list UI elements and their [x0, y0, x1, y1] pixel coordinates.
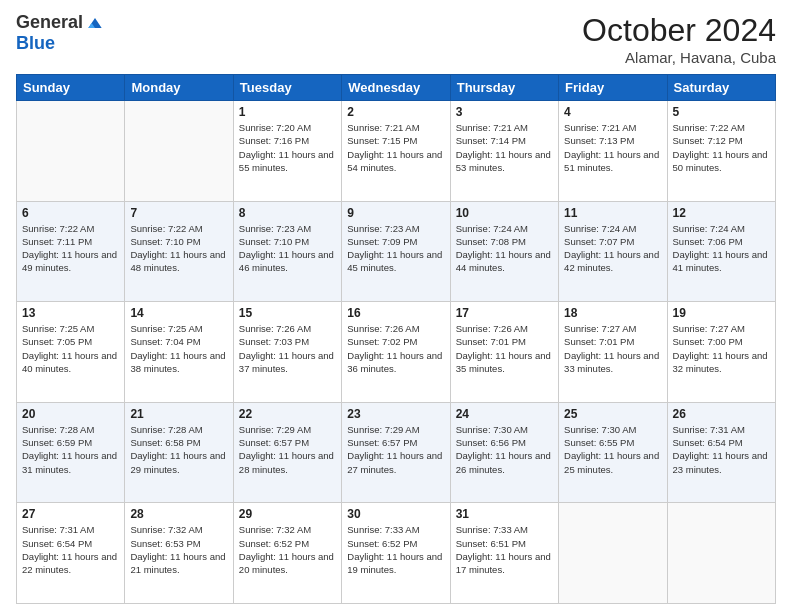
- calendar-cell: 23Sunrise: 7:29 AM Sunset: 6:57 PM Dayli…: [342, 402, 450, 503]
- day-number: 9: [347, 206, 444, 220]
- day-number: 20: [22, 407, 119, 421]
- calendar-header-wednesday: Wednesday: [342, 75, 450, 101]
- day-number: 7: [130, 206, 227, 220]
- day-info: Sunrise: 7:23 AM Sunset: 7:10 PM Dayligh…: [239, 222, 336, 275]
- day-number: 6: [22, 206, 119, 220]
- day-info: Sunrise: 7:26 AM Sunset: 7:01 PM Dayligh…: [456, 322, 553, 375]
- calendar-cell: [17, 101, 125, 202]
- calendar-week-row: 13Sunrise: 7:25 AM Sunset: 7:05 PM Dayli…: [17, 302, 776, 403]
- day-info: Sunrise: 7:32 AM Sunset: 6:53 PM Dayligh…: [130, 523, 227, 576]
- calendar-cell: 9Sunrise: 7:23 AM Sunset: 7:09 PM Daylig…: [342, 201, 450, 302]
- day-number: 16: [347, 306, 444, 320]
- day-info: Sunrise: 7:27 AM Sunset: 7:01 PM Dayligh…: [564, 322, 661, 375]
- day-number: 2: [347, 105, 444, 119]
- month-title: October 2024: [582, 12, 776, 49]
- location-title: Alamar, Havana, Cuba: [582, 49, 776, 66]
- day-info: Sunrise: 7:31 AM Sunset: 6:54 PM Dayligh…: [22, 523, 119, 576]
- logo-icon: [85, 13, 105, 33]
- calendar-cell: 13Sunrise: 7:25 AM Sunset: 7:05 PM Dayli…: [17, 302, 125, 403]
- day-info: Sunrise: 7:22 AM Sunset: 7:12 PM Dayligh…: [673, 121, 770, 174]
- calendar-cell: 22Sunrise: 7:29 AM Sunset: 6:57 PM Dayli…: [233, 402, 341, 503]
- calendar-cell: 2Sunrise: 7:21 AM Sunset: 7:15 PM Daylig…: [342, 101, 450, 202]
- day-info: Sunrise: 7:24 AM Sunset: 7:07 PM Dayligh…: [564, 222, 661, 275]
- day-number: 31: [456, 507, 553, 521]
- day-number: 23: [347, 407, 444, 421]
- calendar-cell: 1Sunrise: 7:20 AM Sunset: 7:16 PM Daylig…: [233, 101, 341, 202]
- day-info: Sunrise: 7:25 AM Sunset: 7:05 PM Dayligh…: [22, 322, 119, 375]
- calendar-cell: 19Sunrise: 7:27 AM Sunset: 7:00 PM Dayli…: [667, 302, 775, 403]
- calendar-header-tuesday: Tuesday: [233, 75, 341, 101]
- day-number: 27: [22, 507, 119, 521]
- calendar-cell: 14Sunrise: 7:25 AM Sunset: 7:04 PM Dayli…: [125, 302, 233, 403]
- calendar-cell: 10Sunrise: 7:24 AM Sunset: 7:08 PM Dayli…: [450, 201, 558, 302]
- calendar-header-thursday: Thursday: [450, 75, 558, 101]
- day-number: 12: [673, 206, 770, 220]
- day-number: 21: [130, 407, 227, 421]
- page: General Blue October 2024 Alamar, Havana…: [0, 0, 792, 612]
- calendar-header-sunday: Sunday: [17, 75, 125, 101]
- calendar-week-row: 1Sunrise: 7:20 AM Sunset: 7:16 PM Daylig…: [17, 101, 776, 202]
- day-number: 4: [564, 105, 661, 119]
- calendar-cell: 15Sunrise: 7:26 AM Sunset: 7:03 PM Dayli…: [233, 302, 341, 403]
- calendar-cell: 18Sunrise: 7:27 AM Sunset: 7:01 PM Dayli…: [559, 302, 667, 403]
- calendar-cell: 7Sunrise: 7:22 AM Sunset: 7:10 PM Daylig…: [125, 201, 233, 302]
- day-info: Sunrise: 7:24 AM Sunset: 7:06 PM Dayligh…: [673, 222, 770, 275]
- day-number: 11: [564, 206, 661, 220]
- calendar-cell: 28Sunrise: 7:32 AM Sunset: 6:53 PM Dayli…: [125, 503, 233, 604]
- day-info: Sunrise: 7:25 AM Sunset: 7:04 PM Dayligh…: [130, 322, 227, 375]
- day-info: Sunrise: 7:30 AM Sunset: 6:55 PM Dayligh…: [564, 423, 661, 476]
- calendar-header-monday: Monday: [125, 75, 233, 101]
- logo-blue-text: Blue: [16, 33, 55, 54]
- calendar-header-row: SundayMondayTuesdayWednesdayThursdayFrid…: [17, 75, 776, 101]
- calendar-cell: 5Sunrise: 7:22 AM Sunset: 7:12 PM Daylig…: [667, 101, 775, 202]
- day-info: Sunrise: 7:28 AM Sunset: 6:59 PM Dayligh…: [22, 423, 119, 476]
- day-info: Sunrise: 7:21 AM Sunset: 7:15 PM Dayligh…: [347, 121, 444, 174]
- day-info: Sunrise: 7:21 AM Sunset: 7:13 PM Dayligh…: [564, 121, 661, 174]
- calendar-week-row: 20Sunrise: 7:28 AM Sunset: 6:59 PM Dayli…: [17, 402, 776, 503]
- day-number: 10: [456, 206, 553, 220]
- calendar-cell: 17Sunrise: 7:26 AM Sunset: 7:01 PM Dayli…: [450, 302, 558, 403]
- calendar-cell: 27Sunrise: 7:31 AM Sunset: 6:54 PM Dayli…: [17, 503, 125, 604]
- day-number: 30: [347, 507, 444, 521]
- day-number: 29: [239, 507, 336, 521]
- day-info: Sunrise: 7:26 AM Sunset: 7:03 PM Dayligh…: [239, 322, 336, 375]
- day-number: 8: [239, 206, 336, 220]
- day-info: Sunrise: 7:32 AM Sunset: 6:52 PM Dayligh…: [239, 523, 336, 576]
- calendar-header-saturday: Saturday: [667, 75, 775, 101]
- day-info: Sunrise: 7:24 AM Sunset: 7:08 PM Dayligh…: [456, 222, 553, 275]
- calendar-week-row: 6Sunrise: 7:22 AM Sunset: 7:11 PM Daylig…: [17, 201, 776, 302]
- day-info: Sunrise: 7:26 AM Sunset: 7:02 PM Dayligh…: [347, 322, 444, 375]
- calendar-cell: 30Sunrise: 7:33 AM Sunset: 6:52 PM Dayli…: [342, 503, 450, 604]
- day-number: 28: [130, 507, 227, 521]
- calendar-week-row: 27Sunrise: 7:31 AM Sunset: 6:54 PM Dayli…: [17, 503, 776, 604]
- day-number: 15: [239, 306, 336, 320]
- day-number: 24: [456, 407, 553, 421]
- day-info: Sunrise: 7:21 AM Sunset: 7:14 PM Dayligh…: [456, 121, 553, 174]
- calendar-table: SundayMondayTuesdayWednesdayThursdayFrid…: [16, 74, 776, 604]
- calendar-cell: 16Sunrise: 7:26 AM Sunset: 7:02 PM Dayli…: [342, 302, 450, 403]
- day-info: Sunrise: 7:27 AM Sunset: 7:00 PM Dayligh…: [673, 322, 770, 375]
- calendar-cell: [125, 101, 233, 202]
- day-info: Sunrise: 7:33 AM Sunset: 6:52 PM Dayligh…: [347, 523, 444, 576]
- day-number: 14: [130, 306, 227, 320]
- day-info: Sunrise: 7:20 AM Sunset: 7:16 PM Dayligh…: [239, 121, 336, 174]
- day-number: 13: [22, 306, 119, 320]
- logo-general-text: General: [16, 12, 83, 33]
- calendar-cell: 4Sunrise: 7:21 AM Sunset: 7:13 PM Daylig…: [559, 101, 667, 202]
- calendar-cell: 31Sunrise: 7:33 AM Sunset: 6:51 PM Dayli…: [450, 503, 558, 604]
- calendar-cell: 21Sunrise: 7:28 AM Sunset: 6:58 PM Dayli…: [125, 402, 233, 503]
- day-info: Sunrise: 7:22 AM Sunset: 7:10 PM Dayligh…: [130, 222, 227, 275]
- calendar-cell: [559, 503, 667, 604]
- day-info: Sunrise: 7:31 AM Sunset: 6:54 PM Dayligh…: [673, 423, 770, 476]
- calendar-cell: 20Sunrise: 7:28 AM Sunset: 6:59 PM Dayli…: [17, 402, 125, 503]
- title-block: October 2024 Alamar, Havana, Cuba: [582, 12, 776, 66]
- day-number: 5: [673, 105, 770, 119]
- day-number: 17: [456, 306, 553, 320]
- calendar-cell: 29Sunrise: 7:32 AM Sunset: 6:52 PM Dayli…: [233, 503, 341, 604]
- day-number: 18: [564, 306, 661, 320]
- calendar-cell: 6Sunrise: 7:22 AM Sunset: 7:11 PM Daylig…: [17, 201, 125, 302]
- calendar-cell: 8Sunrise: 7:23 AM Sunset: 7:10 PM Daylig…: [233, 201, 341, 302]
- day-info: Sunrise: 7:29 AM Sunset: 6:57 PM Dayligh…: [347, 423, 444, 476]
- day-number: 26: [673, 407, 770, 421]
- calendar-cell: 25Sunrise: 7:30 AM Sunset: 6:55 PM Dayli…: [559, 402, 667, 503]
